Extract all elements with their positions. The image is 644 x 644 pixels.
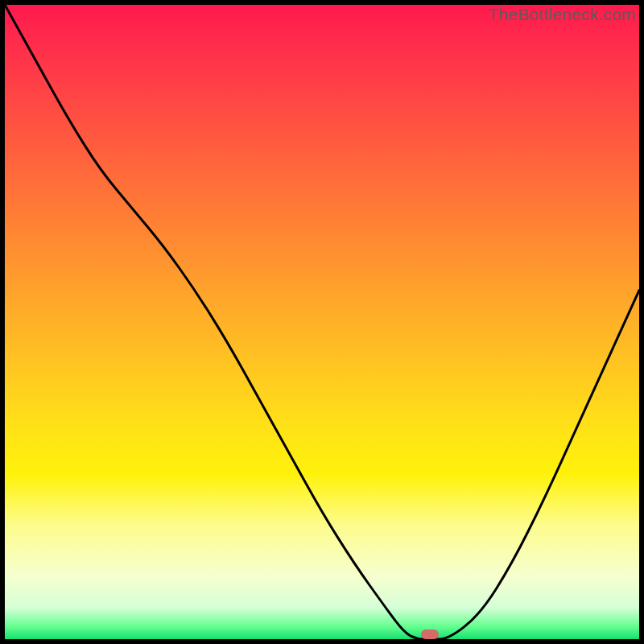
- chart-container: TheBottleneck.com: [0, 0, 644, 644]
- optimal-point-marker: [421, 630, 439, 639]
- curve-path: [5, 5, 639, 639]
- bottleneck-curve: [5, 5, 639, 639]
- watermark-text: TheBottleneck.com: [489, 5, 636, 24]
